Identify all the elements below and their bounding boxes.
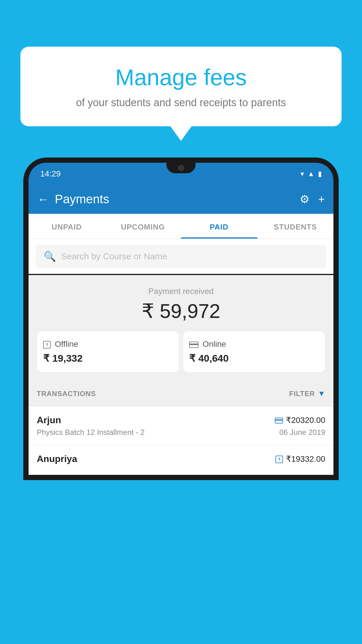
tab-students[interactable]: STUDENTS [257, 214, 334, 239]
transaction-name-2: Anupriya [37, 454, 77, 464]
search-placeholder: Search by Course or Name [61, 251, 167, 261]
status-icons: ▾ ▲ ▮ [301, 170, 322, 178]
transaction-row-anupriya[interactable]: Anupriya ₹ ₹19332.00 [29, 445, 333, 475]
add-icon[interactable]: + [318, 193, 325, 206]
back-button[interactable]: ← [37, 193, 49, 206]
payment-summary: Payment received ₹ 59,972 ₹ Offline ₹ 19… [29, 275, 333, 381]
tab-unpaid[interactable]: UNPAID [29, 214, 105, 239]
battery-icon: ▮ [318, 170, 322, 178]
payment-cards: ₹ Offline ₹ 19,332 Online ₹ 40,640 [37, 331, 325, 372]
search-container: 🔍 Search by Course or Name [29, 239, 333, 274]
phone-frame: 14:29 ▾ ▲ ▮ ← Payments ⚙ + UNPAID UPCOMI… [23, 158, 339, 644]
transaction-course-1: Physics Batch 12 Installment - 2 [37, 428, 145, 437]
tab-paid[interactable]: PAID [181, 214, 257, 239]
gear-icon[interactable]: ⚙ [300, 193, 310, 206]
transactions-header: TRANSACTIONS FILTER ▼ [29, 381, 333, 406]
online-payment-card: Online ₹ 40,640 [183, 331, 325, 372]
bubble-title: Manage fees [44, 64, 318, 91]
signal-icon: ▲ [307, 170, 314, 178]
filter-button[interactable]: FILTER ▼ [289, 389, 325, 398]
tabs-container: UNPAID UPCOMING PAID STUDENTS [29, 214, 333, 239]
bubble-subtitle: of your students and send receipts to pa… [44, 97, 318, 109]
filter-label: FILTER [289, 390, 315, 398]
offline-payment-card: ₹ Offline ₹ 19,332 [37, 331, 179, 372]
transaction-amount-2: ₹19332.00 [286, 454, 325, 464]
speech-bubble: Manage fees of your students and send re… [20, 47, 342, 126]
tab-upcoming[interactable]: UPCOMING [105, 214, 181, 239]
offline-amount: ₹ 19,332 [43, 352, 173, 364]
online-label: Online [203, 340, 226, 349]
payment-received-label: Payment received [34, 287, 328, 296]
page-title: Payments [55, 192, 300, 206]
search-icon: 🔍 [44, 251, 56, 262]
transaction-icon-1 [275, 416, 283, 424]
filter-icon: ▼ [318, 389, 325, 398]
online-icon [189, 340, 198, 349]
offline-label: Offline [55, 340, 78, 349]
offline-icon: ₹ [43, 340, 51, 349]
wifi-icon: ▾ [301, 170, 304, 178]
transactions-label: TRANSACTIONS [37, 390, 96, 398]
transaction-name-1: Arjun [37, 415, 61, 426]
status-time: 14:29 [40, 169, 61, 178]
transaction-amount-1: ₹20320.00 [286, 415, 325, 425]
status-bar: 14:29 ▾ ▲ ▮ [29, 163, 333, 185]
app-topbar: ← Payments ⚙ + [29, 185, 333, 214]
camera [178, 165, 184, 171]
search-bar[interactable]: 🔍 Search by Course or Name [36, 245, 326, 268]
transaction-icon-2: ₹ [275, 455, 283, 463]
transaction-row-arjun[interactable]: Arjun ₹20320.00 Physics Batch 12 Install… [29, 406, 333, 445]
online-amount: ₹ 40,640 [189, 352, 319, 364]
payment-total-amount: ₹ 59,972 [34, 300, 328, 323]
transaction-date-1: 06 June 2019 [279, 428, 325, 437]
